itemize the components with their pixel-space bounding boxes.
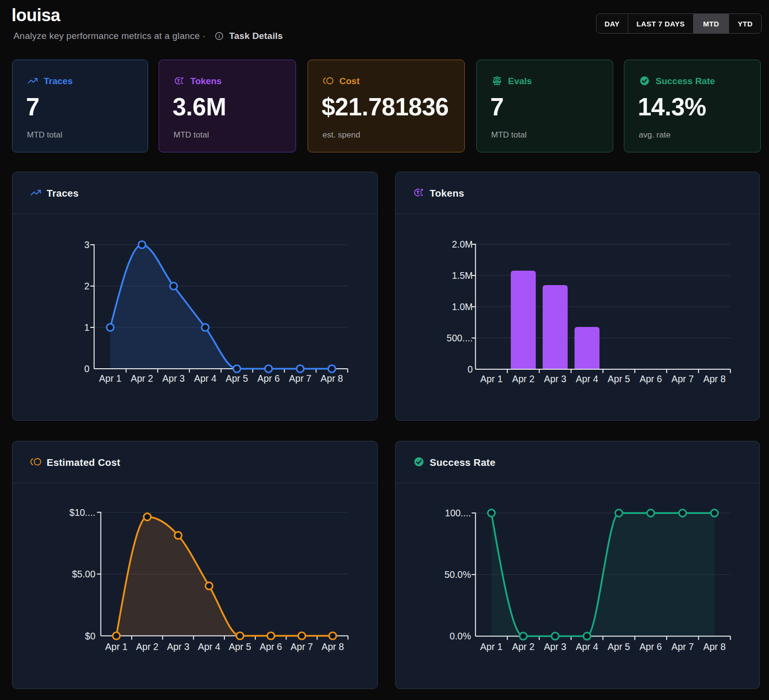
svg-text:Apr 3: Apr 3 xyxy=(544,374,567,384)
svg-text:Apr 2: Apr 2 xyxy=(136,641,159,652)
svg-text:Apr 5: Apr 5 xyxy=(225,373,248,384)
svg-text:Apr 1: Apr 1 xyxy=(105,641,128,652)
svg-text:0: 0 xyxy=(468,364,473,375)
svg-text:Apr 6: Apr 6 xyxy=(260,641,282,652)
svg-text:Apr 3: Apr 3 xyxy=(162,373,185,384)
svg-text:Apr 8: Apr 8 xyxy=(322,641,344,652)
svg-text:Apr 8: Apr 8 xyxy=(703,374,726,384)
svg-text:Apr 6: Apr 6 xyxy=(257,373,280,384)
svg-text:Apr 2: Apr 2 xyxy=(512,641,534,652)
svg-text:3: 3 xyxy=(84,239,89,250)
svg-text:Apr 1: Apr 1 xyxy=(480,374,503,384)
svg-text:Apr 3: Apr 3 xyxy=(544,641,567,652)
svg-text:Apr 6: Apr 6 xyxy=(640,641,662,652)
svg-text:Apr 7: Apr 7 xyxy=(289,373,311,384)
svg-text:$0: $0 xyxy=(85,631,96,641)
svg-text:Apr 3: Apr 3 xyxy=(167,641,189,652)
svg-text:2: 2 xyxy=(84,281,89,291)
svg-text:Apr 8: Apr 8 xyxy=(703,641,726,652)
svg-text:Apr 7: Apr 7 xyxy=(291,641,313,652)
svg-text:0: 0 xyxy=(84,363,89,374)
svg-text:500....: 500.... xyxy=(447,333,472,343)
svg-text:50.0%: 50.0% xyxy=(445,569,471,580)
svg-text:Apr 2: Apr 2 xyxy=(512,374,534,384)
svg-text:1.0M: 1.0M xyxy=(452,301,472,312)
svg-text:1: 1 xyxy=(84,322,89,333)
svg-text:100....: 100.... xyxy=(445,508,471,518)
svg-text:$5.00: $5.00 xyxy=(72,569,96,579)
svg-text:$10....: $10.... xyxy=(69,507,95,518)
svg-text:Apr 2: Apr 2 xyxy=(131,373,153,384)
svg-text:Apr 7: Apr 7 xyxy=(671,641,694,652)
svg-text:Apr 1: Apr 1 xyxy=(99,373,122,384)
svg-text:2.0M: 2.0M xyxy=(452,239,472,250)
svg-text:Apr 4: Apr 4 xyxy=(194,373,217,384)
svg-text:Apr 5: Apr 5 xyxy=(229,641,251,652)
svg-text:Apr 4: Apr 4 xyxy=(576,641,598,652)
svg-text:Apr 1: Apr 1 xyxy=(480,641,503,652)
svg-text:Apr 5: Apr 5 xyxy=(608,374,630,384)
svg-text:Apr 5: Apr 5 xyxy=(608,641,630,652)
svg-text:Apr 6: Apr 6 xyxy=(640,374,662,384)
svg-text:Apr 4: Apr 4 xyxy=(576,374,598,384)
svg-text:1.5M: 1.5M xyxy=(452,270,472,281)
svg-text:Apr 7: Apr 7 xyxy=(671,374,694,384)
svg-text:Apr 4: Apr 4 xyxy=(198,641,221,652)
svg-text:Apr 8: Apr 8 xyxy=(321,373,343,384)
svg-text:0.0%: 0.0% xyxy=(450,631,471,641)
